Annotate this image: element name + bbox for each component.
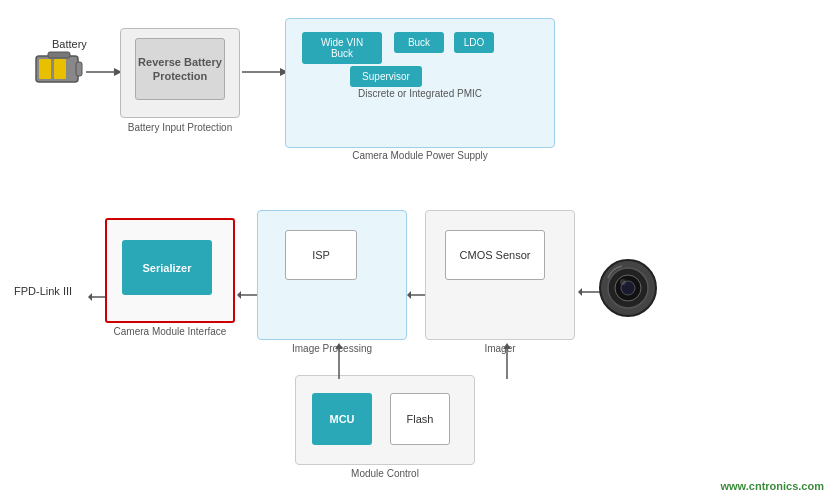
fpd-link-label: FPD-Link III	[14, 285, 72, 297]
svg-rect-4	[48, 52, 70, 58]
svg-marker-10	[88, 293, 92, 301]
arrow-mc-to-imager	[500, 343, 514, 381]
bip-label: Battery Input Protection	[120, 122, 240, 133]
mcu-box: MCU	[312, 393, 372, 445]
watermark: www.cntronics.com	[720, 480, 824, 492]
wide-vin-buck-button: Wide VIN Buck	[302, 32, 382, 64]
arrow-fpd-to-serializer	[88, 290, 106, 306]
svg-rect-1	[76, 62, 82, 76]
svg-rect-3	[54, 59, 66, 79]
serializer-box: Serializer	[122, 240, 212, 295]
battery-icon	[34, 48, 84, 88]
isp-box: ISP	[285, 230, 357, 280]
ldo-button: LDO	[454, 32, 494, 53]
svg-rect-2	[39, 59, 51, 79]
svg-marker-14	[407, 291, 411, 299]
svg-marker-25	[503, 343, 511, 349]
svg-marker-23	[335, 343, 343, 349]
pmic-outer-label: Camera Module Power Supply	[285, 150, 555, 161]
cmi-label: Camera Module Interface	[105, 326, 235, 337]
svg-marker-16	[578, 288, 582, 296]
pmic-inner-label: Discrete or Integrated PMIC	[295, 88, 545, 99]
diagram: Battery Reverse Battery Protection Batte…	[0, 0, 836, 500]
arrow-isp-to-serializer	[237, 288, 259, 304]
svg-marker-12	[237, 291, 241, 299]
cmos-sensor-box: CMOS Sensor	[445, 230, 545, 280]
arrow-mc-to-ip	[332, 343, 346, 381]
camera-lens-icon	[598, 258, 658, 318]
bip-inner-box: Reverse Battery Protection	[135, 38, 225, 100]
svg-point-21	[620, 279, 626, 285]
supervisor-button: Supervisor	[350, 66, 422, 87]
arrow-camera-to-cmos	[578, 285, 600, 301]
buck-button: Buck	[394, 32, 444, 53]
arrow-battery-to-bip	[86, 65, 122, 81]
arrow-bip-to-pmic	[242, 65, 288, 81]
flash-box: Flash	[390, 393, 450, 445]
module-control-label: Module Control	[295, 468, 475, 479]
